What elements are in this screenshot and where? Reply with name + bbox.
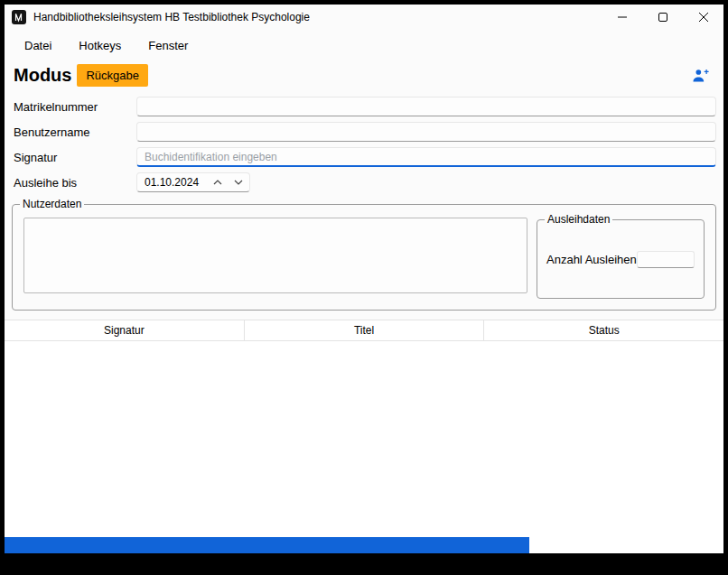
matrikelnummer-input[interactable] [136, 97, 716, 116]
mode-rueckgabe-button[interactable]: Rückgabe [77, 64, 148, 87]
ausleihdaten-groupbox: Ausleihdaten Anzahl Ausleihen [537, 219, 705, 299]
mode-heading: Modus [14, 65, 71, 86]
table-header-signatur: Signatur [5, 320, 245, 340]
form-row-signatur: Signatur [10, 144, 716, 170]
ausleihdaten-title: Ausleihdaten [545, 213, 612, 226]
signatur-label: Signatur [10, 151, 136, 164]
menubar: Datei Hotkeys Fenster [5, 30, 723, 60]
app-icon [12, 10, 26, 24]
mode-row: Modus Rückgabe [5, 60, 723, 92]
date-increment-button[interactable] [208, 174, 228, 190]
maximize-button[interactable] [642, 5, 683, 30]
ausleihe-bis-label: Ausleihe bis [10, 176, 136, 190]
anzahl-row: Anzahl Ausleihen [537, 251, 704, 268]
table-body [5, 341, 723, 537]
window-title: Handbibliotheksleihsystem HB Testbibliot… [33, 11, 310, 23]
ausleihe-bis-date-control [136, 172, 250, 192]
matrikelnummer-label: Matrikelnummer [10, 100, 136, 114]
minimize-icon [618, 13, 627, 22]
close-icon [699, 13, 708, 22]
titlebar: Handbibliotheksleihsystem HB Testbibliot… [5, 5, 723, 30]
form-row-ausleihe-bis: Ausleihe bis [10, 170, 716, 195]
progress-fill [5, 537, 529, 553]
nutzerdaten-body: Ausleihdaten Anzahl Ausleihen [13, 205, 715, 310]
menu-item-datei[interactable]: Datei [14, 34, 62, 57]
add-user-icon[interactable] [691, 67, 709, 85]
results-table: Signatur Titel Status [5, 320, 723, 537]
minimize-button[interactable] [602, 5, 642, 30]
ausleihe-bis-input[interactable] [137, 176, 208, 189]
signatur-input[interactable] [136, 147, 716, 167]
chevron-up-icon [213, 180, 222, 185]
benutzername-input[interactable] [136, 122, 716, 142]
window-controls [602, 5, 723, 30]
app-window: Handbibliotheksleihsystem HB Testbibliot… [5, 5, 723, 553]
benutzername-label: Benutzername [10, 125, 136, 139]
chevron-down-icon [234, 180, 243, 185]
progress-bar [5, 537, 723, 553]
nutzerdaten-title: Nutzerdaten [20, 198, 84, 210]
maximize-icon [658, 13, 667, 22]
menu-item-fenster[interactable]: Fenster [137, 34, 199, 57]
close-button[interactable] [683, 5, 723, 30]
menu-item-hotkeys[interactable]: Hotkeys [68, 34, 132, 57]
anzahl-ausleihen-input[interactable] [637, 251, 695, 268]
userdata-textarea[interactable] [23, 218, 527, 293]
form-row-benutzername: Benutzername [10, 119, 716, 144]
nutzerdaten-groupbox: Nutzerdaten Ausleihdaten Anzahl Ausleihe… [12, 204, 716, 311]
table-header-status: Status [484, 320, 723, 340]
form: Matrikelnummer Benutzername Signatur Aus… [5, 92, 723, 195]
date-decrement-button[interactable] [229, 174, 248, 190]
table-header-row: Signatur Titel Status [5, 320, 723, 341]
anzahl-ausleihen-label: Anzahl Ausleihen [546, 253, 637, 266]
table-header-titel: Titel [245, 320, 485, 340]
form-row-matrikelnummer: Matrikelnummer [10, 94, 716, 119]
